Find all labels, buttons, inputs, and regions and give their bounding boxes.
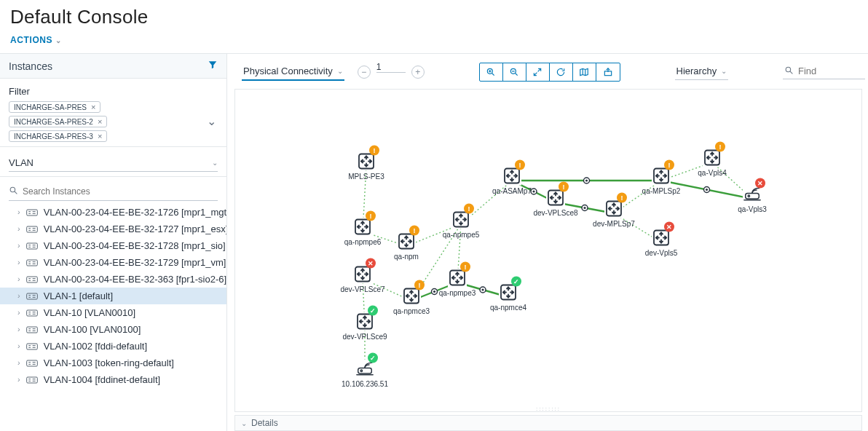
search-icon	[9, 186, 18, 197]
topology-node[interactable]: qa-MPLSp2	[632, 167, 690, 195]
node-label: dev-Vpls5	[645, 249, 677, 257]
instance-row[interactable]: ›VLAN-00-23-04-EE-BE-32-1729 [mpr1_vm]	[0, 254, 226, 271]
hop-increment-button[interactable]: +	[411, 66, 425, 79]
node-label: qa-MPLSp2	[642, 187, 681, 195]
details-panel-toggle[interactable]: ⌄ Details	[234, 415, 862, 431]
vlan-icon	[26, 258, 38, 268]
filter-chip[interactable]: INCHARGE-SA-PRES-3×	[9, 130, 107, 142]
instance-row[interactable]: ›VLAN-1 [default]	[0, 288, 226, 304]
map-button[interactable]	[573, 63, 596, 81]
instance-label: VLAN-00-23-04-EE-BE-32-1727 [mpr1_esx]	[44, 224, 226, 234]
status-badge	[464, 204, 474, 214]
topology-node[interactable]: MPLS-PE3	[337, 152, 395, 181]
expand-caret-icon[interactable]: ›	[17, 291, 20, 300]
instance-row[interactable]: ›VLAN-10 [VLAN0010]	[0, 304, 226, 321]
topology-node[interactable]: dev-Vpls5	[632, 229, 690, 257]
zoom-in-button[interactable]	[480, 63, 503, 81]
expand-caret-icon[interactable]: ›	[17, 258, 20, 266]
topology-node[interactable]: dev-VPLSce9	[336, 312, 394, 341]
status-badge	[414, 280, 425, 290]
category-select[interactable]: VLAN ⌄	[9, 157, 218, 172]
instance-row[interactable]: ›VLAN-00-23-04-EE-BE-32-1726 [mpr1_mgt]	[0, 204, 226, 221]
view-mode-select[interactable]: Physical Connectivity ⌄	[242, 64, 344, 81]
expand-caret-icon[interactable]: ›	[17, 274, 20, 283]
expand-caret-icon[interactable]: ›	[17, 241, 20, 250]
chevron-down-icon: ⌄	[721, 67, 727, 75]
expand-caret-icon[interactable]: ›	[17, 325, 20, 333]
instance-row[interactable]: ›VLAN-100 [VLAN0100]	[0, 321, 226, 338]
instance-row[interactable]: ›VLAN-00-23-04-EE-BE-32-363 [fpr1-sio2-6…	[0, 271, 226, 288]
filter-chip[interactable]: INCHARGE-SA-PRES×	[9, 101, 100, 113]
svg-rect-52	[26, 377, 37, 383]
actions-label: ACTIONS	[10, 35, 52, 45]
instance-row[interactable]: ›VLAN-1004 [fddinet-default]	[0, 371, 226, 388]
topology-node[interactable]: qa-npmpe5	[432, 210, 490, 239]
resize-grip[interactable]: ::::::::	[536, 406, 561, 412]
svg-rect-17	[26, 260, 37, 266]
instance-search[interactable]	[9, 184, 218, 201]
status-badge	[369, 146, 379, 156]
svg-rect-27	[26, 293, 37, 299]
search-input[interactable]	[23, 186, 218, 197]
topology-node[interactable]: qa-npmce4	[479, 283, 537, 312]
filter-section-label: Filter	[9, 86, 218, 97]
chip-remove-icon[interactable]: ×	[98, 117, 102, 126]
hop-value: 1	[376, 62, 382, 72]
actions-menu[interactable]: ACTIONS ⌄	[10, 35, 62, 45]
svg-rect-37	[26, 327, 37, 333]
topology-node[interactable]: qa-npm	[377, 232, 435, 261]
expand-caret-icon[interactable]: ›	[17, 375, 20, 384]
filter-chip[interactable]: INCHARGE-SA-PRES-2×	[9, 116, 107, 127]
filter-chip-label: INCHARGE-SA-PRES	[14, 103, 87, 111]
node-label: qa-npmce4	[490, 304, 526, 312]
fit-button[interactable]	[526, 63, 550, 81]
details-label: Details	[251, 418, 278, 428]
instance-label: VLAN-1003 [token-ring-default]	[44, 357, 174, 368]
svg-line-1	[15, 191, 17, 194]
instance-row[interactable]: ›VLAN-00-23-04-EE-BE-32-1728 [mpr1_sio]	[0, 237, 226, 254]
status-badge	[755, 178, 765, 189]
filter-chip-label: INCHARGE-SA-PRES-2	[14, 118, 93, 126]
instance-label: VLAN-00-23-04-EE-BE-32-1728 [mpr1_sio]	[44, 240, 226, 251]
status-badge	[617, 193, 627, 203]
search-icon	[784, 66, 794, 77]
hop-decrement-button[interactable]: −	[358, 66, 371, 79]
svg-rect-12	[26, 243, 37, 249]
topology-node[interactable]: qa-Vpls3	[723, 185, 781, 213]
topology-node[interactable]: qa-Vpls4	[683, 149, 741, 177]
status-badge	[460, 262, 470, 272]
topology-node[interactable]: qa-npmpe3	[428, 269, 486, 297]
expand-caret-icon[interactable]: ›	[17, 224, 20, 233]
filter-icon[interactable]	[208, 60, 218, 72]
instance-label: VLAN-100 [VLAN0100]	[44, 324, 141, 335]
expand-caret-icon[interactable]: ›	[17, 207, 20, 216]
reset-button[interactable]	[550, 63, 573, 81]
expand-caret-icon[interactable]: ›	[17, 308, 20, 317]
chip-remove-icon[interactable]: ×	[91, 103, 95, 111]
instance-label: VLAN-1004 [fddinet-default]	[44, 374, 160, 385]
hierarchy-select[interactable]: Hierarchy ⌄	[675, 64, 729, 80]
zoom-out-button[interactable]	[503, 63, 526, 81]
node-label: qa-Vpls3	[738, 205, 766, 213]
topology-find[interactable]	[783, 66, 865, 79]
topology-node[interactable]: 10.106.236.51	[336, 360, 394, 388]
topology-node[interactable]: dev-MPLSp7	[585, 199, 643, 228]
expand-caret-icon[interactable]: ›	[17, 341, 20, 350]
svg-line-70	[790, 71, 792, 74]
node-label: dev-VPLSce7	[340, 285, 384, 293]
status-badge	[368, 306, 378, 316]
chip-remove-icon[interactable]: ×	[98, 132, 102, 141]
topology-node[interactable]: dev-VPLSce8	[526, 189, 585, 217]
expand-caret-icon[interactable]: ›	[17, 358, 20, 367]
instance-row[interactable]: ›VLAN-1003 [token-ring-default]	[0, 355, 226, 371]
status-badge	[664, 222, 674, 232]
find-input[interactable]	[798, 66, 864, 76]
chevron-down-icon: ⌄	[241, 419, 247, 427]
topology-canvas[interactable]: MPLS-PE3qa-npmpe6dev-VPLSce7dev-VPLSce91…	[234, 89, 862, 412]
export-button[interactable]	[596, 63, 620, 81]
instance-row[interactable]: ›VLAN-1002 [fddi-default]	[0, 338, 226, 355]
view-controls	[479, 63, 620, 82]
filter-expand-chevron[interactable]: ⌄	[207, 114, 216, 127]
instance-label: VLAN-1 [default]	[44, 290, 113, 301]
instance-row[interactable]: ›VLAN-00-23-04-EE-BE-32-1727 [mpr1_esx]	[0, 221, 226, 237]
